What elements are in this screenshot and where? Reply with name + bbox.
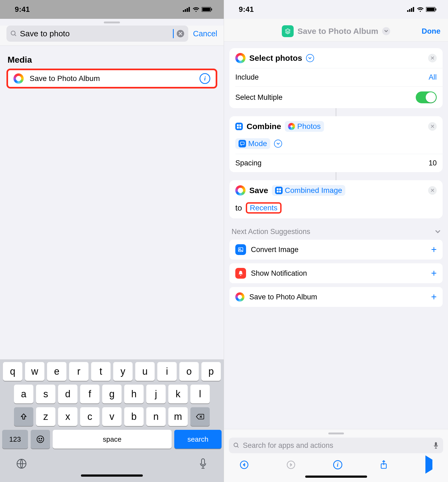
select-multiple-toggle[interactable] [416,91,437,103]
actions-search-field[interactable]: Search for apps and actions [229,438,443,453]
key-x[interactable]: x [58,407,77,426]
key-h[interactable]: h [124,385,144,403]
search-input[interactable] [20,29,170,38]
svg-rect-28 [279,188,281,190]
chip-label: Mode [248,139,267,148]
svg-rect-6 [211,8,212,10]
key-s[interactable]: s [36,385,55,403]
info-icon[interactable]: i [200,73,210,84]
spacing-value[interactable]: 10 [429,159,437,167]
svg-point-7 [11,31,15,35]
done-button[interactable]: Done [422,27,440,36]
add-icon[interactable]: + [431,291,437,303]
key-search[interactable]: search [174,430,222,449]
photos-variable-chip[interactable]: Photos [285,121,324,132]
globe-icon[interactable] [16,458,27,469]
mode-variable-chip[interactable]: Mode [235,138,270,149]
shortcut-icon[interactable] [282,25,294,37]
title-disclosure[interactable] [382,27,390,35]
key-emoji[interactable] [31,430,50,449]
remove-action-icon[interactable]: ✕ [428,54,437,62]
suggestion-label: Convert Image [251,246,298,254]
key-c[interactable]: c [80,407,99,426]
search-field[interactable] [6,26,188,42]
run-button[interactable] [425,460,432,470]
action-title: Select photos [249,54,302,63]
key-j[interactable]: j [146,385,166,403]
home-indicator[interactable] [305,476,367,478]
key-p[interactable]: p [201,362,221,381]
key-m[interactable]: m [168,407,188,426]
key-y[interactable]: y [113,362,133,381]
chevron-down-icon [276,143,280,145]
text-cursor [173,29,174,38]
key-q[interactable]: q [3,362,22,381]
play-icon [425,455,432,474]
collapse-icon[interactable] [306,54,314,62]
undo-button[interactable] [240,460,249,469]
key-123[interactable]: 123 [2,430,28,449]
key-u[interactable]: u [135,362,155,381]
svg-rect-1 [185,9,186,12]
chip-label: Recents [250,204,278,212]
chevron-down-icon [308,57,312,59]
sheet-grabber[interactable] [328,433,344,434]
sheet-grabber[interactable] [104,22,120,23]
cancel-button[interactable]: Cancel [193,29,217,38]
key-i[interactable]: i [157,362,177,381]
svg-point-32 [239,249,240,250]
result-save-to-photo-album[interactable]: Save to Photo Album i [6,69,217,88]
home-indicator[interactable] [81,474,143,477]
svg-rect-0 [183,10,184,12]
key-shift[interactable] [14,407,33,426]
chip-label: Photos [297,122,321,131]
remove-action-icon[interactable]: ✕ [428,122,437,131]
suggestion-show-notification[interactable]: Show Notification + [229,263,443,283]
key-space[interactable]: space [53,430,172,449]
chip-label: Combined Image [285,186,342,195]
svg-rect-35 [435,442,437,446]
key-z[interactable]: z [36,407,55,426]
key-t[interactable]: t [91,362,111,381]
clear-icon[interactable] [176,30,184,38]
key-o[interactable]: o [179,362,199,381]
status-icons [183,7,212,12]
key-l[interactable]: l [190,385,210,403]
mic-icon[interactable] [198,458,208,470]
svg-rect-16 [409,9,410,12]
keyboard[interactable]: q w e r t y u i o p a s d f g h j k l [0,359,224,482]
album-picker-recents[interactable]: Recents [246,202,282,214]
key-n[interactable]: n [146,407,166,426]
add-icon[interactable]: + [431,268,437,279]
shortcut-title[interactable]: Save to Photo Album [297,27,378,36]
photos-app-icon [235,185,246,196]
svg-rect-5 [202,8,210,11]
share-button[interactable] [380,460,388,470]
suggestions-header[interactable]: Next Action Suggestions [229,218,443,240]
suggestion-save-to-photo-album[interactable]: Save to Photo Album + [229,287,443,307]
key-f[interactable]: f [80,385,99,403]
key-v[interactable]: v [102,407,122,426]
key-g[interactable]: g [102,385,122,403]
key-k[interactable]: k [168,385,188,403]
svg-rect-14 [201,459,204,465]
include-value[interactable]: All [429,73,437,81]
key-e[interactable]: e [47,362,66,381]
key-b[interactable]: b [124,407,144,426]
mic-icon[interactable] [433,441,439,449]
add-icon[interactable]: + [431,244,437,255]
key-a[interactable]: a [14,385,33,403]
svg-rect-21 [436,8,436,10]
info-button[interactable]: i [333,460,342,469]
key-w[interactable]: w [25,362,44,381]
remove-action-icon[interactable]: ✕ [428,186,437,195]
suggestion-convert-image[interactable]: Convert Image + [229,240,443,260]
key-r[interactable]: r [69,362,88,381]
key-d[interactable]: d [58,385,77,403]
collapse-icon[interactable] [274,140,282,148]
svg-rect-17 [411,8,412,12]
combined-image-variable-chip[interactable]: Combined Image [272,185,345,196]
key-backspace[interactable] [190,407,210,426]
photos-app-icon [235,53,246,63]
shift-icon [20,413,27,420]
